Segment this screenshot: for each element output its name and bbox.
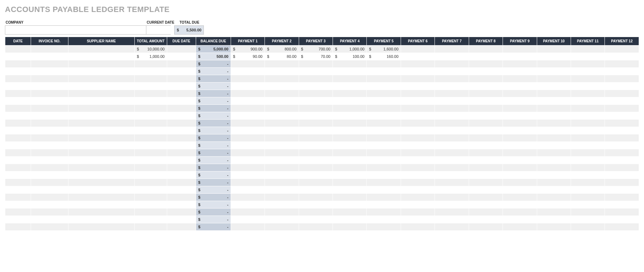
cell-date[interactable]	[5, 134, 31, 142]
cell-payment[interactable]	[571, 97, 604, 105]
company-input[interactable]	[5, 25, 146, 35]
cell-due-date[interactable]	[167, 164, 196, 171]
cell-payment[interactable]	[503, 223, 537, 231]
cell-payment[interactable]	[231, 105, 265, 112]
cell-payment[interactable]	[571, 134, 604, 142]
cell-supplier[interactable]	[68, 120, 134, 127]
cell-payment[interactable]	[435, 164, 469, 171]
cell-payment[interactable]	[571, 179, 604, 186]
cell-payment[interactable]	[605, 127, 639, 134]
cell-payment[interactable]	[605, 157, 639, 164]
cell-supplier[interactable]	[68, 149, 134, 157]
cell-payment[interactable]	[367, 60, 401, 68]
cell-payment[interactable]	[401, 194, 435, 201]
cell-total-amount[interactable]	[134, 157, 167, 164]
cell-payment[interactable]	[571, 186, 604, 194]
cell-payment[interactable]	[571, 164, 604, 171]
cell-payment[interactable]	[265, 223, 299, 231]
cell-payment[interactable]	[401, 186, 435, 194]
cell-payment[interactable]	[299, 97, 333, 105]
cell-payment[interactable]	[367, 164, 401, 171]
cell-payment[interactable]	[605, 171, 639, 179]
cell-payment[interactable]	[537, 216, 571, 223]
cell-payment[interactable]	[265, 90, 299, 97]
cell-payment[interactable]	[367, 112, 401, 120]
cell-invoice[interactable]	[31, 208, 68, 216]
cell-payment[interactable]	[435, 208, 469, 216]
cell-payment[interactable]	[537, 157, 571, 164]
cell-payment[interactable]: $160.00	[367, 53, 401, 60]
cell-invoice[interactable]	[31, 223, 68, 231]
cell-payment[interactable]	[265, 142, 299, 149]
cell-total-amount[interactable]	[134, 186, 167, 194]
cell-payment[interactable]	[367, 134, 401, 142]
cell-payment[interactable]	[503, 68, 537, 75]
cell-supplier[interactable]	[68, 208, 134, 216]
cell-due-date[interactable]	[167, 171, 196, 179]
cell-payment[interactable]	[231, 120, 265, 127]
cell-payment[interactable]	[265, 75, 299, 83]
cell-payment[interactable]	[231, 112, 265, 120]
cell-payment[interactable]	[435, 105, 469, 112]
cell-payment[interactable]	[401, 223, 435, 231]
cell-payment[interactable]	[503, 216, 537, 223]
cell-due-date[interactable]	[167, 149, 196, 157]
cell-payment[interactable]: $100.00	[333, 53, 366, 60]
cell-payment[interactable]	[333, 179, 366, 186]
cell-payment[interactable]	[435, 120, 469, 127]
cell-due-date[interactable]	[167, 179, 196, 186]
cell-payment[interactable]	[537, 120, 571, 127]
cell-total-amount[interactable]	[134, 171, 167, 179]
cell-total-amount[interactable]	[134, 201, 167, 208]
cell-invoice[interactable]	[31, 134, 68, 142]
cell-payment[interactable]	[265, 83, 299, 90]
cell-payment[interactable]	[469, 53, 503, 60]
cell-payment[interactable]	[503, 120, 537, 127]
cell-payment[interactable]	[401, 208, 435, 216]
cell-due-date[interactable]	[167, 105, 196, 112]
cell-payment[interactable]	[333, 201, 366, 208]
cell-payment[interactable]	[265, 194, 299, 201]
cell-payment[interactable]	[231, 149, 265, 157]
cell-payment[interactable]	[231, 90, 265, 97]
cell-payment[interactable]	[231, 68, 265, 75]
cell-payment[interactable]	[401, 83, 435, 90]
cell-payment[interactable]	[537, 179, 571, 186]
cell-supplier[interactable]	[68, 201, 134, 208]
cell-payment[interactable]	[605, 90, 639, 97]
cell-date[interactable]	[5, 53, 31, 60]
cell-payment[interactable]	[571, 171, 604, 179]
cell-payment[interactable]	[299, 90, 333, 97]
cell-payment[interactable]	[299, 68, 333, 75]
cell-payment[interactable]: $70.00	[299, 53, 333, 60]
cell-invoice[interactable]	[31, 97, 68, 105]
cell-total-amount[interactable]	[134, 75, 167, 83]
cell-payment[interactable]: $800.00	[265, 46, 299, 53]
cell-date[interactable]	[5, 83, 31, 90]
cell-payment[interactable]	[537, 164, 571, 171]
cell-due-date[interactable]	[167, 97, 196, 105]
cell-payment[interactable]	[503, 142, 537, 149]
cell-total-amount[interactable]	[134, 112, 167, 120]
cell-payment[interactable]	[367, 120, 401, 127]
cell-payment[interactable]	[503, 105, 537, 112]
cell-supplier[interactable]	[68, 164, 134, 171]
cell-payment[interactable]	[571, 90, 604, 97]
cell-payment[interactable]	[469, 142, 503, 149]
cell-total-amount[interactable]	[134, 194, 167, 201]
cell-supplier[interactable]	[68, 112, 134, 120]
cell-payment[interactable]	[333, 149, 366, 157]
cell-payment[interactable]	[265, 97, 299, 105]
cell-payment[interactable]	[435, 97, 469, 105]
cell-payment[interactable]	[605, 68, 639, 75]
cell-payment[interactable]	[469, 201, 503, 208]
cell-due-date[interactable]	[167, 75, 196, 83]
cell-payment[interactable]	[537, 171, 571, 179]
cell-payment[interactable]	[605, 142, 639, 149]
cell-payment[interactable]	[503, 149, 537, 157]
cell-invoice[interactable]	[31, 194, 68, 201]
cell-payment[interactable]	[333, 208, 366, 216]
cell-payment[interactable]	[605, 164, 639, 171]
cell-total-amount[interactable]: $1,000.00	[134, 53, 167, 60]
cell-payment[interactable]	[605, 112, 639, 120]
